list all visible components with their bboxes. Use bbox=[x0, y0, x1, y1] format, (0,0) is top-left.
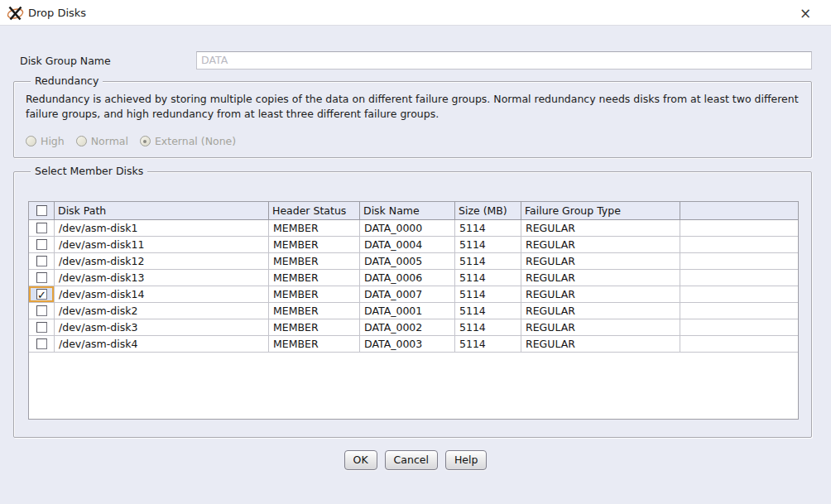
size-cell[interactable]: 5114 bbox=[455, 286, 521, 303]
table-row[interactable]: /dev/asm-disk3 MEMBER DATA_0002 5114 REG… bbox=[29, 319, 798, 336]
row-checkbox[interactable] bbox=[36, 272, 47, 283]
header-status-cell[interactable]: MEMBER bbox=[269, 220, 360, 237]
size-cell[interactable]: 5114 bbox=[455, 220, 521, 237]
radio-high-circle-icon[interactable] bbox=[26, 136, 36, 146]
header-status-cell[interactable]: MEMBER bbox=[269, 270, 360, 286]
failure-group-type-cell[interactable]: REGULAR bbox=[521, 237, 680, 253]
failure-group-type-cell[interactable]: REGULAR bbox=[521, 270, 680, 286]
col-header-header-status[interactable]: Header Status bbox=[269, 202, 360, 220]
radio-normal[interactable]: Normal bbox=[76, 135, 128, 147]
dialog-button-row: OK Cancel Help bbox=[0, 450, 831, 470]
radio-high[interactable]: High bbox=[26, 135, 65, 147]
row-checkbox-cell[interactable] bbox=[29, 253, 55, 270]
row-checkbox-cell[interactable] bbox=[29, 319, 55, 336]
row-checkbox-cell[interactable] bbox=[29, 336, 55, 353]
disk-name-cell[interactable]: DATA_0003 bbox=[360, 336, 455, 353]
size-cell[interactable]: 5114 bbox=[455, 319, 521, 336]
disk-name-cell[interactable]: DATA_0000 bbox=[360, 220, 455, 237]
disk-name-cell[interactable]: DATA_0006 bbox=[360, 270, 455, 286]
cancel-button[interactable]: Cancel bbox=[385, 450, 438, 470]
row-checkbox[interactable] bbox=[36, 289, 47, 300]
disk-path-cell[interactable]: /dev/asm-disk11 bbox=[55, 237, 269, 253]
header-status-cell[interactable]: MEMBER bbox=[269, 237, 360, 253]
table-row[interactable]: /dev/asm-disk2 MEMBER DATA_0001 5114 REG… bbox=[29, 303, 798, 319]
table-row[interactable]: /dev/asm-disk12 MEMBER DATA_0005 5114 RE… bbox=[29, 253, 798, 270]
redundancy-description: Redundancy is achieved by storing multip… bbox=[26, 92, 804, 122]
disk-name-cell[interactable]: DATA_0005 bbox=[360, 253, 455, 270]
asm-app-icon bbox=[7, 4, 24, 22]
select-all-header-cell[interactable] bbox=[29, 202, 55, 220]
filler-cell bbox=[680, 220, 798, 237]
row-checkbox[interactable] bbox=[36, 239, 47, 250]
row-checkbox-cell[interactable] bbox=[29, 286, 55, 303]
disk-path-cell[interactable]: /dev/asm-disk12 bbox=[55, 253, 269, 270]
table-row[interactable]: /dev/asm-disk11 MEMBER DATA_0004 5114 RE… bbox=[29, 237, 798, 253]
header-status-cell[interactable]: MEMBER bbox=[269, 319, 360, 336]
disk-path-cell[interactable]: /dev/asm-disk14 bbox=[55, 286, 269, 303]
redundancy-options: High Normal External (None) bbox=[26, 135, 236, 147]
col-header-failure-group-type[interactable]: Failure Group Type bbox=[521, 202, 680, 220]
select-all-checkbox[interactable] bbox=[36, 205, 47, 216]
drop-disks-dialog: Drop Disks × Disk Group Name DATA Redund… bbox=[0, 0, 831, 504]
radio-normal-circle-icon[interactable] bbox=[76, 136, 87, 146]
row-checkbox[interactable] bbox=[36, 338, 47, 349]
disk-path-cell[interactable]: /dev/asm-disk13 bbox=[55, 270, 269, 286]
row-checkbox[interactable] bbox=[36, 322, 47, 333]
row-checkbox-cell[interactable] bbox=[29, 270, 55, 286]
disk-group-name-field[interactable]: DATA bbox=[196, 51, 812, 70]
size-cell[interactable]: 5114 bbox=[455, 253, 521, 270]
row-checkbox-cell[interactable] bbox=[29, 303, 55, 319]
disk-path-cell[interactable]: /dev/asm-disk3 bbox=[55, 319, 269, 336]
disk-group-name-label: Disk Group Name bbox=[20, 55, 111, 67]
disk-path-cell[interactable]: /dev/asm-disk4 bbox=[55, 336, 269, 353]
table-row[interactable]: /dev/asm-disk4 MEMBER DATA_0003 5114 REG… bbox=[29, 336, 798, 353]
failure-group-type-cell[interactable]: REGULAR bbox=[521, 253, 680, 270]
failure-group-type-cell[interactable]: REGULAR bbox=[521, 319, 680, 336]
disk-name-cell[interactable]: DATA_0007 bbox=[360, 286, 455, 303]
row-checkbox-cell[interactable] bbox=[29, 237, 55, 253]
header-status-cell[interactable]: MEMBER bbox=[269, 253, 360, 270]
filler-cell bbox=[680, 303, 798, 319]
ok-button[interactable]: OK bbox=[344, 450, 377, 470]
filler-cell bbox=[680, 253, 798, 270]
help-button[interactable]: Help bbox=[445, 450, 488, 470]
redundancy-group: Redundancy Redundancy is achieved by sto… bbox=[13, 81, 812, 158]
col-header-size-mb[interactable]: Size (MB) bbox=[455, 202, 521, 220]
window-title: Drop Disks bbox=[28, 7, 86, 19]
size-cell[interactable]: 5114 bbox=[455, 237, 521, 253]
col-header-disk-name[interactable]: Disk Name bbox=[360, 202, 455, 220]
header-status-cell[interactable]: MEMBER bbox=[269, 286, 360, 303]
disk-path-cell[interactable]: /dev/asm-disk2 bbox=[55, 303, 269, 319]
failure-group-type-cell[interactable]: REGULAR bbox=[521, 220, 680, 237]
col-header-disk-path[interactable]: Disk Path bbox=[55, 202, 269, 220]
failure-group-type-cell[interactable]: REGULAR bbox=[521, 303, 680, 319]
title-bar: Drop Disks × bbox=[0, 0, 831, 26]
header-status-cell[interactable]: MEMBER bbox=[269, 336, 360, 353]
size-cell[interactable]: 5114 bbox=[455, 270, 521, 286]
disk-path-cell[interactable]: /dev/asm-disk1 bbox=[55, 220, 269, 237]
filler-cell bbox=[680, 336, 798, 353]
select-member-disks-group-title: Select Member Disks bbox=[31, 165, 147, 177]
disk-name-cell[interactable]: DATA_0002 bbox=[360, 319, 455, 336]
failure-group-type-cell[interactable]: REGULAR bbox=[521, 286, 680, 303]
table-row[interactable]: /dev/asm-disk13 MEMBER DATA_0006 5114 RE… bbox=[29, 270, 798, 286]
disk-name-cell[interactable]: DATA_0001 bbox=[360, 303, 455, 319]
failure-group-type-cell[interactable]: REGULAR bbox=[521, 336, 680, 353]
radio-external-label: External (None) bbox=[155, 135, 236, 147]
radio-external[interactable]: External (None) bbox=[140, 135, 236, 147]
size-cell[interactable]: 5114 bbox=[455, 336, 521, 353]
col-header-filler bbox=[680, 202, 798, 220]
row-checkbox-cell[interactable] bbox=[29, 220, 55, 237]
table-header-row: Disk Path Header Status Disk Name Size (… bbox=[29, 202, 798, 220]
row-checkbox[interactable] bbox=[36, 305, 47, 316]
close-icon[interactable]: × bbox=[795, 2, 816, 24]
size-cell[interactable]: 5114 bbox=[455, 303, 521, 319]
radio-external-circle-icon[interactable] bbox=[140, 136, 151, 146]
table-row[interactable]: /dev/asm-disk1 MEMBER DATA_0000 5114 REG… bbox=[29, 220, 798, 237]
filler-cell bbox=[680, 286, 798, 303]
disk-name-cell[interactable]: DATA_0004 bbox=[360, 237, 455, 253]
header-status-cell[interactable]: MEMBER bbox=[269, 303, 360, 319]
row-checkbox[interactable] bbox=[36, 256, 47, 266]
table-row[interactable]: /dev/asm-disk14 MEMBER DATA_0007 5114 RE… bbox=[29, 286, 798, 303]
row-checkbox[interactable] bbox=[36, 223, 47, 233]
